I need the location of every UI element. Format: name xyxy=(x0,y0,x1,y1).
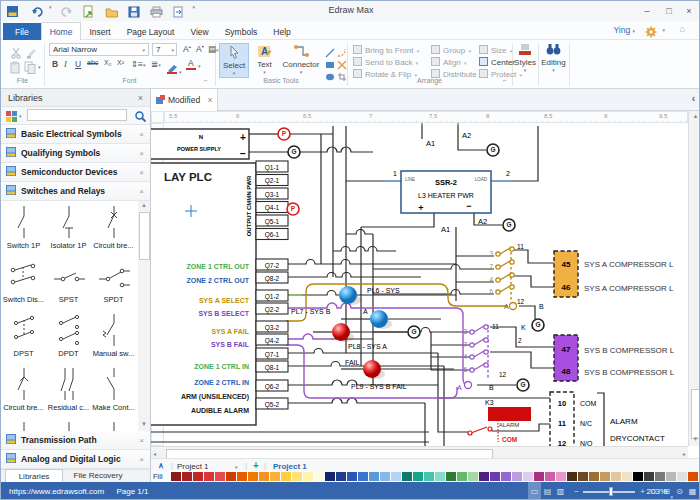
symbol-rccb[interactable] xyxy=(46,365,91,407)
view-normal-icon[interactable]: ▭ xyxy=(528,482,541,500)
symbol-grid-scrollbar[interactable]: ▲ ▼ xyxy=(138,201,150,431)
fill-swatch[interactable] xyxy=(523,472,533,481)
fill-swatch[interactable] xyxy=(622,472,632,481)
maximize-button[interactable]: □ xyxy=(659,1,679,21)
fill-swatch[interactable] xyxy=(314,472,324,481)
symbol-iso[interactable] xyxy=(46,203,91,245)
fill-swatch[interactable] xyxy=(303,472,313,481)
fill-swatch[interactable] xyxy=(259,472,269,481)
fill-swatch[interactable] xyxy=(545,472,555,481)
fill-swatch[interactable] xyxy=(688,472,698,481)
fill-swatch[interactable] xyxy=(534,472,544,481)
fill-swatch[interactable] xyxy=(182,472,192,481)
library-item-switches-and-relays[interactable]: Switches and Relays× xyxy=(1,182,150,201)
symbol-cb1[interactable] xyxy=(91,203,136,245)
bold-button[interactable]: B xyxy=(50,59,60,69)
relay-b-coil-node[interactable] xyxy=(465,382,472,389)
grow-font-button[interactable]: A▴ xyxy=(181,44,193,54)
zoom-out-icon[interactable]: − xyxy=(574,482,579,500)
symbol-dpdt[interactable] xyxy=(46,311,91,353)
zoom-in-icon[interactable]: + xyxy=(640,482,645,500)
fill-swatch[interactable] xyxy=(358,472,368,481)
library-item-transmission-path[interactable]: Transmission Path× xyxy=(1,431,150,450)
library-item-analog-and-digital-logic[interactable]: Analog and Digital Logic× xyxy=(1,450,150,469)
relay-a-coil-node[interactable] xyxy=(510,303,517,310)
group-button[interactable]: Group ▾ xyxy=(431,45,471,55)
italic-button[interactable]: I xyxy=(62,59,69,69)
fill-swatch[interactable] xyxy=(215,472,225,481)
connector-tool-button[interactable]: Connector▾ xyxy=(280,43,322,78)
view-fullscreen-icon[interactable]: ▥ xyxy=(554,482,567,500)
distribute-button[interactable]: Distribute ▾ xyxy=(431,69,483,79)
highlight-button[interactable]: ▾ xyxy=(166,60,182,78)
fill-swatch[interactable] xyxy=(391,472,401,481)
document-tab[interactable]: Modified × xyxy=(151,89,218,111)
menu-tab-view[interactable]: View xyxy=(182,23,216,40)
fill-swatch[interactable] xyxy=(633,472,643,481)
fill-swatch[interactable] xyxy=(402,472,412,481)
fill-swatch[interactable] xyxy=(347,472,357,481)
fill-swatch[interactable] xyxy=(666,472,676,481)
ground-node[interactable]: G xyxy=(487,144,499,156)
fill-swatch[interactable] xyxy=(589,472,599,481)
fill-swatch[interactable] xyxy=(446,472,456,481)
fill-swatch[interactable] xyxy=(655,472,665,481)
ground-node[interactable]: G xyxy=(517,379,529,391)
library-search-input[interactable] xyxy=(27,109,127,121)
library-item-semiconductor-devices[interactable]: Semiconductor Devices× xyxy=(1,163,150,182)
relay-contact[interactable] xyxy=(470,363,488,372)
ground-node[interactable]: G xyxy=(408,326,420,338)
fill-swatch[interactable] xyxy=(369,472,379,481)
relay-contact[interactable] xyxy=(496,247,514,256)
fill-swatch[interactable] xyxy=(468,472,478,481)
diagram-canvas[interactable]: N POWER SUPPLY + − LAY PLC OUTPUT CMMN P… xyxy=(151,123,688,446)
underline-button[interactable]: U xyxy=(73,59,83,69)
fill-swatch[interactable] xyxy=(270,472,280,481)
superscript-button[interactable]: X² xyxy=(115,59,126,66)
panel-tab-file-recovery[interactable]: File Recovery xyxy=(63,469,133,482)
relay-contact[interactable] xyxy=(470,325,488,334)
text-tool-button[interactable]: A Text▾ xyxy=(251,43,278,78)
font-dialog-launcher-icon[interactable]: ⌐ xyxy=(204,77,208,83)
font-size-select[interactable]: 7▾ xyxy=(152,43,177,56)
editing-button[interactable]: Editing▾ xyxy=(539,43,568,83)
copy-icon[interactable] xyxy=(24,60,37,78)
line-spacing-button[interactable]: ⇕≡▾ xyxy=(129,59,148,69)
fill-swatch[interactable] xyxy=(248,472,258,481)
fill-swatch[interactable] xyxy=(457,472,467,481)
collapse-ribbon-icon[interactable]: ⌂ xyxy=(680,24,685,34)
shrink-font-button[interactable]: A▾ xyxy=(194,44,206,54)
fill-swatch[interactable] xyxy=(204,472,214,481)
symbol-man[interactable] xyxy=(91,311,136,353)
relay-contact[interactable] xyxy=(470,338,488,347)
fill-swatch[interactable] xyxy=(193,472,203,481)
menu-tab-help[interactable]: Help xyxy=(265,23,298,40)
account-button[interactable]: Ying ▾ xyxy=(613,25,635,35)
power-node[interactable]: P xyxy=(287,203,299,215)
send-to-back-button[interactable]: Send to Back ▾ xyxy=(353,57,418,67)
font-color-button[interactable]: A xyxy=(186,59,196,70)
collapse-panel-icon[interactable]: ‹ xyxy=(692,93,695,104)
fill-swatch[interactable] xyxy=(556,472,566,481)
symbol-spdt[interactable] xyxy=(91,257,136,299)
menu-tab-home[interactable]: Home xyxy=(41,22,82,40)
fill-swatch[interactable] xyxy=(325,472,335,481)
strikethrough-button[interactable]: abc xyxy=(85,59,100,66)
settings-dropdown-icon[interactable]: ▾ xyxy=(662,27,665,33)
bullet-list-button[interactable]: ≣▾ xyxy=(149,59,163,69)
symbol-dpst[interactable] xyxy=(1,311,46,353)
minimize-button[interactable]: – xyxy=(637,1,657,21)
close-button[interactable]: × xyxy=(679,1,699,21)
page-selector[interactable]: Project 1 xyxy=(177,462,209,471)
fill-swatch[interactable] xyxy=(677,472,687,481)
symbol-cb2[interactable] xyxy=(1,365,46,407)
page-tab-active[interactable]: Project 1 xyxy=(273,462,307,471)
fill-swatch[interactable] xyxy=(226,472,236,481)
paste-icon[interactable] xyxy=(9,60,21,78)
view-pagebreak-icon[interactable]: ▤ xyxy=(541,482,554,500)
fill-swatch[interactable] xyxy=(336,472,346,481)
fill-swatch[interactable] xyxy=(578,472,588,481)
select-tool-button[interactable]: Select▾ xyxy=(219,43,249,78)
symbol-swd[interactable] xyxy=(1,257,46,299)
fill-swatch[interactable] xyxy=(237,472,247,481)
